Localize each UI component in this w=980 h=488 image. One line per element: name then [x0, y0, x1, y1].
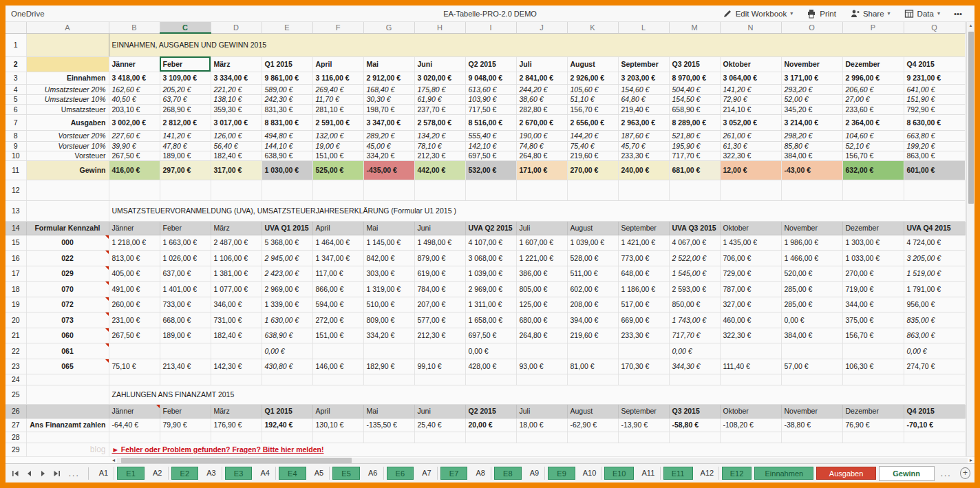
cell-I22[interactable]: 0,00 € — [465, 343, 516, 359]
cell-K14[interactable]: August — [567, 221, 618, 235]
col-header-L[interactable]: L — [618, 22, 669, 33]
cell-O27[interactable]: -38,80 € — [781, 418, 842, 432]
sheet-tab-E3[interactable]: E3 — [225, 467, 253, 480]
cell-K12[interactable] — [567, 180, 618, 200]
sheet-tab-A2[interactable]: A2 — [147, 467, 169, 480]
cell-N12[interactable] — [720, 180, 781, 200]
cell-Q26[interactable]: Q4 2015 — [904, 404, 965, 418]
cell-H24[interactable] — [414, 374, 465, 385]
cell-L12[interactable] — [618, 180, 669, 200]
sheet-tab-A8[interactable]: A8 — [470, 467, 491, 480]
row-header-24[interactable]: 24 — [6, 374, 26, 385]
cell-J26[interactable]: Juli — [516, 404, 567, 418]
cell-E4[interactable]: 589,00 € — [262, 84, 312, 94]
cell-I27[interactable]: 20,00 € — [465, 418, 516, 432]
cell-Q17[interactable]: 1 519,00 € — [904, 266, 965, 281]
tab-nav-first-page-icon[interactable] — [10, 467, 22, 480]
cell-J12[interactable] — [516, 180, 567, 200]
cell-D2[interactable]: März — [211, 56, 262, 72]
cell-J18[interactable]: 805,00 € — [516, 281, 567, 297]
vertical-scroll-thumb[interactable] — [968, 32, 974, 204]
cell-A10[interactable]: Vorsteuer — [26, 151, 109, 160]
cell-M2[interactable]: Q3 2015 — [669, 56, 720, 72]
cell-K2[interactable]: August — [567, 56, 618, 72]
cell-A29[interactable]: blog — [26, 443, 109, 456]
sheet-tab-A7[interactable]: A7 — [416, 467, 438, 480]
cell-P9[interactable]: 52,10 € — [842, 141, 904, 151]
cell-M15[interactable]: 4 067,00 € — [669, 235, 720, 250]
cell-L8[interactable]: 187,60 € — [618, 130, 669, 141]
cell-O18[interactable]: 285,00 € — [781, 281, 842, 297]
cell-P10[interactable]: 156,70 € — [842, 151, 904, 160]
cell-G27[interactable]: -135,50 € — [363, 418, 414, 432]
cell-A24[interactable] — [26, 374, 109, 385]
cell-A23[interactable]: 065 — [26, 359, 109, 374]
cell-A19[interactable]: 072 — [26, 297, 109, 312]
cell-C20[interactable]: 668,00 € — [160, 312, 211, 328]
toolbar-action-more[interactable]: ••• — [948, 8, 968, 19]
cell-B5[interactable]: 40,50 € — [109, 94, 160, 104]
cell-P4[interactable]: 206,60 € — [842, 84, 904, 94]
cell-I17[interactable]: 1 039,00 € — [465, 266, 516, 281]
cell-B22[interactable] — [109, 343, 160, 359]
cell-F18[interactable]: 866,00 € — [312, 281, 363, 297]
cell-H19[interactable]: 207,00 € — [414, 297, 465, 312]
cell-Q7[interactable]: 8 630,00 € — [904, 114, 965, 130]
cell-K26[interactable]: August — [567, 404, 618, 418]
cell-Q8[interactable]: 663,80 € — [904, 130, 965, 141]
cell-B26[interactable]: Jänner — [109, 404, 160, 418]
cell-E19[interactable]: 1 339,00 € — [262, 297, 312, 312]
cell-J23[interactable]: 93,00 € — [516, 359, 567, 374]
cell-A3[interactable]: Einnahmen — [26, 72, 109, 84]
cell-M8[interactable]: 521,80 € — [669, 130, 720, 141]
cell-M21[interactable]: 717,70 € — [669, 328, 720, 343]
cell-C5[interactable]: 63,70 € — [160, 94, 211, 104]
scroll-right-icon[interactable]: ▸ — [968, 457, 974, 464]
cell-H14[interactable]: Juni — [414, 221, 465, 235]
cell-I18[interactable]: 2 969,00 € — [465, 281, 516, 297]
col-header-E[interactable]: E — [262, 22, 312, 33]
cell-L27[interactable]: -13,90 € — [618, 418, 669, 432]
cell-L10[interactable]: 233,30 € — [618, 151, 669, 160]
cell-F12[interactable] — [312, 180, 363, 200]
cell-B15[interactable]: 1 218,00 € — [109, 235, 160, 250]
cell-H28[interactable] — [414, 432, 465, 443]
sheet-tab-E2[interactable]: E2 — [171, 467, 199, 480]
cell-B21[interactable]: 267,50 € — [109, 328, 160, 343]
cell-J3[interactable]: 2 841,00 € — [516, 72, 567, 84]
cell-A17[interactable]: 029 — [26, 266, 109, 281]
cell-I7[interactable]: 8 516,00 € — [465, 114, 516, 130]
col-header-H[interactable]: H — [414, 22, 465, 33]
cell-A27[interactable]: Ans Finanzamt zahlen — [26, 418, 109, 432]
cell-A9[interactable]: Vorsteuer 10% — [26, 141, 109, 151]
cell-J6[interactable]: 282,80 € — [516, 104, 567, 114]
cell-L6[interactable]: 219,40 € — [618, 104, 669, 114]
cell-N7[interactable]: 3 052,00 € — [720, 114, 781, 130]
cell-L9[interactable]: 45,70 € — [618, 141, 669, 151]
cell-L21[interactable]: 233,30 € — [618, 328, 669, 343]
cell-N10[interactable]: 322,30 € — [720, 151, 781, 160]
cell-K18[interactable]: 602,00 € — [567, 281, 618, 297]
cell-J15[interactable]: 1 607,00 € — [516, 235, 567, 250]
cell-C16[interactable]: 1 026,00 € — [160, 250, 211, 266]
cell-K15[interactable]: 1 039,00 € — [567, 235, 618, 250]
sheet-tab-A6[interactable]: A6 — [363, 467, 384, 480]
cell-D9[interactable]: 56,40 € — [211, 141, 262, 151]
cell-C26[interactable]: Feber — [160, 404, 211, 418]
vertical-scrollbar[interactable]: ▴ — [966, 22, 974, 456]
cell-G6[interactable]: 198,70 € — [363, 104, 414, 114]
col-header-A[interactable]: A — [26, 22, 109, 33]
cell-G19[interactable]: 510,00 € — [363, 297, 414, 312]
sheet-tab-E12[interactable]: E12 — [722, 467, 752, 480]
cell-Q14[interactable]: UVA Q4 2015 — [904, 221, 965, 235]
cell-M20[interactable]: 1 743,00 € — [669, 312, 720, 328]
cell-N27[interactable]: -108,20 € — [720, 418, 781, 432]
cell-P6[interactable]: 233,60 € — [842, 104, 904, 114]
cell-E15[interactable]: 5 368,00 € — [262, 235, 312, 250]
cell-M12[interactable] — [669, 180, 720, 200]
row-header-1[interactable]: 1 — [6, 33, 26, 56]
cell-A21[interactable]: 060 — [26, 328, 109, 343]
cell-G7[interactable]: 3 347,00 € — [363, 114, 414, 130]
cell-F6[interactable]: 281,10 € — [312, 104, 363, 114]
cell-B18[interactable]: 491,00 € — [109, 281, 160, 297]
